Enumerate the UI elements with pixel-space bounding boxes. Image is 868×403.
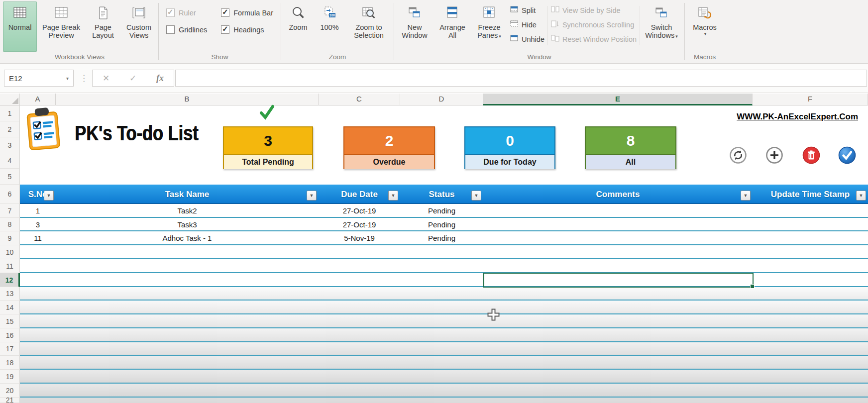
card-label: Overdue xyxy=(344,154,434,169)
cell-b8[interactable]: Task3 xyxy=(56,218,319,231)
row-header-13[interactable]: 13 xyxy=(0,287,20,301)
column-header-a[interactable]: A xyxy=(20,94,56,105)
row-header-6[interactable]: 6 xyxy=(0,185,20,204)
cell-d7[interactable]: Pending xyxy=(400,204,483,218)
green-check-icon xyxy=(258,104,276,122)
row-header-12[interactable]: 12 xyxy=(0,273,20,287)
cell-a8[interactable]: 3 xyxy=(20,218,56,231)
table-header-comments[interactable]: Comments xyxy=(483,185,753,204)
row-header-15[interactable]: 15 xyxy=(0,314,20,328)
status-card-due-for-today: 0Due for Today xyxy=(464,126,555,169)
row-separator xyxy=(20,383,868,384)
card-label: Total Pending xyxy=(224,154,312,169)
cell-a7[interactable]: 1 xyxy=(20,204,56,218)
row-header-14[interactable]: 14 xyxy=(0,301,20,314)
page-title: PK's To-do List xyxy=(75,121,198,145)
cell-d9[interactable]: Pending xyxy=(400,231,483,245)
card-value: 8 xyxy=(586,127,675,154)
table-header-update-time-stamp[interactable]: Update Time Stamp xyxy=(753,185,868,204)
row-separator xyxy=(20,369,868,370)
row-header-11[interactable]: 11 xyxy=(0,259,20,273)
card-label: Due for Today xyxy=(465,154,554,169)
fill-handle[interactable] xyxy=(750,284,755,289)
row-shading xyxy=(20,328,868,342)
delete-task-button[interactable] xyxy=(802,146,821,165)
row-header-19[interactable]: 19 xyxy=(0,370,20,384)
excel-window: Normal Page Break Preview Page Layout xyxy=(0,0,868,403)
column-header-b[interactable]: B xyxy=(56,94,319,105)
row-header-8[interactable]: 8 xyxy=(0,218,20,231)
clipboard-logo xyxy=(23,107,65,154)
row-separator xyxy=(20,300,868,301)
card-value: 3 xyxy=(224,127,312,154)
status-card-overdue: 2Overdue xyxy=(343,126,435,169)
row-separator xyxy=(20,258,868,259)
status-card-total-pending: 3Total Pending xyxy=(223,126,313,169)
column-header-d[interactable]: D xyxy=(400,94,483,105)
row-separator xyxy=(20,313,868,314)
filter-button-status[interactable] xyxy=(471,191,481,201)
row-header-3[interactable]: 3 xyxy=(0,137,20,153)
row-header-17[interactable]: 17 xyxy=(0,342,20,356)
filter-button-update-time-stamp[interactable] xyxy=(856,191,866,201)
row-shading xyxy=(20,287,868,301)
row-shading xyxy=(20,384,868,398)
row-shading xyxy=(20,370,868,384)
card-value: 0 xyxy=(465,127,554,154)
cell-c8[interactable]: 27-Oct-19 xyxy=(319,218,400,231)
row-separator xyxy=(20,327,868,328)
row-header-1[interactable]: 1 xyxy=(0,105,20,121)
column-header-f[interactable]: F xyxy=(753,94,868,105)
row-shading xyxy=(20,314,868,328)
complete-task-button[interactable] xyxy=(838,146,857,165)
row-header-21[interactable]: 21 xyxy=(0,398,20,403)
filter-button-s-no[interactable] xyxy=(44,191,54,201)
selected-cell-e12[interactable] xyxy=(483,273,754,288)
row-header-5[interactable]: 5 xyxy=(0,169,20,185)
row-header-10[interactable]: 10 xyxy=(0,245,20,259)
row-header-4[interactable]: 4 xyxy=(0,153,20,169)
row-separator xyxy=(20,355,868,356)
cell-b9[interactable]: Adhoc Task - 1 xyxy=(56,231,319,245)
website-link[interactable]: WWW.PK-AnExcelExpert.Com xyxy=(737,112,858,122)
filter-button-due-date[interactable] xyxy=(388,191,398,201)
card-label: All xyxy=(586,154,675,169)
cell-b7[interactable]: Task2 xyxy=(56,204,319,218)
filter-button-task-name[interactable] xyxy=(307,191,317,201)
card-value: 2 xyxy=(344,127,434,154)
table-header-task-name[interactable]: Task Name xyxy=(56,185,319,204)
filter-button-comments[interactable] xyxy=(741,191,751,201)
row-shading xyxy=(20,398,868,403)
row-shading xyxy=(20,301,868,314)
cell-d8[interactable]: Pending xyxy=(400,218,483,231)
row-header-9[interactable]: 9 xyxy=(0,231,20,245)
cell-c9[interactable]: 5-Nov-19 xyxy=(319,231,400,245)
row-header-18[interactable]: 18 xyxy=(0,356,20,370)
row-shading xyxy=(20,342,868,356)
select-all-corner[interactable] xyxy=(0,94,20,105)
row-header-20[interactable]: 20 xyxy=(0,384,20,398)
table-header-status[interactable]: Status xyxy=(400,185,483,204)
cell-a9[interactable]: 11 xyxy=(20,231,56,245)
row-header-16[interactable]: 16 xyxy=(0,328,20,342)
cell-c7[interactable]: 27-Oct-19 xyxy=(319,204,400,218)
row-separator xyxy=(20,341,868,342)
row-shading xyxy=(20,356,868,370)
status-card-all: 8All xyxy=(585,126,676,169)
spreadsheet-grid: ABCDEF123456789101112131415161718192021S… xyxy=(0,0,868,403)
row-header-7[interactable]: 7 xyxy=(0,204,20,218)
row-separator xyxy=(20,397,868,398)
column-header-e[interactable]: E xyxy=(483,94,753,105)
add-task-button[interactable] xyxy=(765,146,784,165)
row-header-2[interactable]: 2 xyxy=(0,121,20,137)
column-header-c[interactable]: C xyxy=(319,94,400,105)
refresh-button[interactable] xyxy=(729,146,748,165)
